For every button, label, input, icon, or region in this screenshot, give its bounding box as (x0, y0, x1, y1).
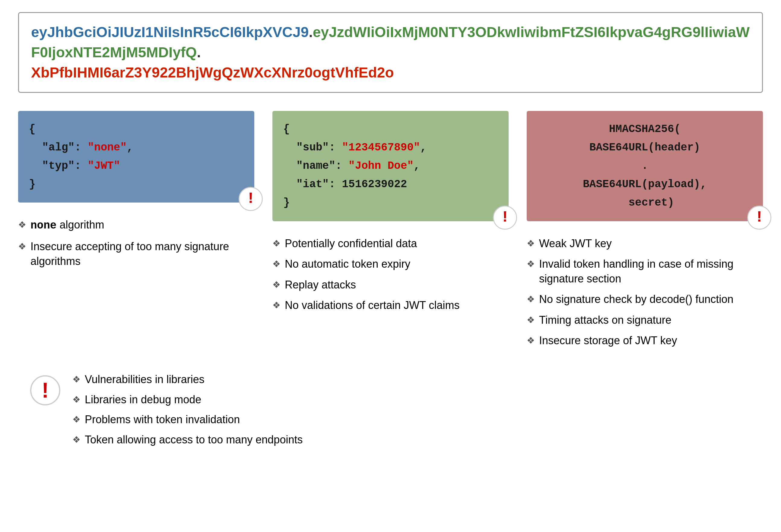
diamond-icon: ❖ (527, 258, 535, 270)
diamond-icon: ❖ (72, 373, 81, 386)
bottom-bullets: ❖ Vulnerabilities in libraries ❖ Librari… (72, 372, 302, 452)
jwt-signature: XbPfbIHMI6arZ3Y922BhjWgQzWXcXNrz0ogtVhfE… (31, 64, 394, 81)
bullet-none-algorithm: ❖ none algorithm (18, 218, 254, 233)
bullet-vulnerabilities-libraries: ❖ Vulnerabilities in libraries (72, 372, 302, 387)
header-exclamation: ! (239, 187, 263, 211)
payload-bullets: ❖ Potentially confidential data ❖ No aut… (273, 236, 508, 313)
diamond-icon: ❖ (18, 219, 26, 231)
jwt-token-text: eyJhbGciOiJIUzI1NiIsInR5cCI6IkpXVCJ9.eyJ… (31, 22, 750, 83)
bullet-too-many-endpoints: ❖ Token allowing access to too many endp… (72, 433, 302, 447)
diamond-icon: ❖ (273, 258, 281, 270)
bullet-token-invalidation: ❖ Problems with token invalidation (72, 412, 302, 427)
diamond-icon: ❖ (527, 293, 535, 306)
diamond-icon: ❖ (72, 394, 81, 406)
column-signature: HMACSHA256(BASE64URL(header).BASE64URL(p… (527, 111, 763, 354)
columns-container: { "alg": "none", "typ": "JWT"} ! ❖ none … (18, 111, 763, 354)
header-bullets: ❖ none algorithm ❖ Insecure accepting of… (18, 218, 254, 269)
jwt-header: eyJhbGciOiJIUzI1NiIsInR5cCI6IkpXVCJ9 (31, 24, 309, 40)
bullet-no-signature-check: ❖ No signature check by decode() functio… (527, 292, 763, 307)
column-header: { "alg": "none", "typ": "JWT"} ! ❖ none … (18, 111, 254, 275)
diamond-icon: ❖ (527, 314, 535, 326)
diamond-icon: ❖ (273, 237, 281, 250)
column-payload: { "sub": "1234567890", "name": "John Doe… (273, 111, 508, 319)
bullet-debug-mode: ❖ Libraries in debug mode (72, 392, 302, 407)
payload-code-box: { "sub": "1234567890", "name": "John Doe… (273, 111, 508, 221)
signature-exclamation: ! (747, 206, 771, 230)
diamond-icon: ❖ (18, 240, 26, 253)
header-code-box: { "alg": "none", "typ": "JWT"} ! (18, 111, 254, 203)
bullet-no-expiry: ❖ No automatic token expiry (273, 257, 508, 272)
bullet-timing-attacks: ❖ Timing attacks on signature (527, 313, 763, 328)
payload-exclamation: ! (493, 206, 517, 230)
diamond-icon: ❖ (273, 299, 281, 312)
diamond-icon: ❖ (527, 237, 535, 250)
bottom-section: ! ❖ Vulnerabilities in libraries ❖ Libra… (18, 372, 763, 452)
bullet-no-validations: ❖ No validations of certain JWT claims (273, 298, 508, 313)
bullet-invalid-handling: ❖ Invalid token handling in case of miss… (527, 257, 763, 286)
bullet-insecure-algorithms: ❖ Insecure accepting of too many signatu… (18, 239, 254, 269)
diamond-icon: ❖ (72, 413, 81, 426)
bullet-confidential-data: ❖ Potentially confidential data (273, 236, 508, 251)
signature-bullets: ❖ Weak JWT key ❖ Invalid token handling … (527, 236, 763, 348)
bullet-replay-attacks: ❖ Replay attacks (273, 278, 508, 293)
signature-code-box: HMACSHA256(BASE64URL(header).BASE64URL(p… (527, 111, 763, 221)
diamond-icon: ❖ (527, 335, 535, 347)
bottom-exclamation-badge: ! (30, 375, 60, 405)
jwt-token-box: eyJhbGciOiJIUzI1NiIsInR5cCI6IkpXVCJ9.eyJ… (18, 12, 763, 93)
bullet-insecure-storage: ❖ Insecure storage of JWT key (527, 334, 763, 348)
bullet-weak-key: ❖ Weak JWT key (527, 236, 763, 251)
diamond-icon: ❖ (72, 434, 81, 446)
diamond-icon: ❖ (273, 279, 281, 291)
